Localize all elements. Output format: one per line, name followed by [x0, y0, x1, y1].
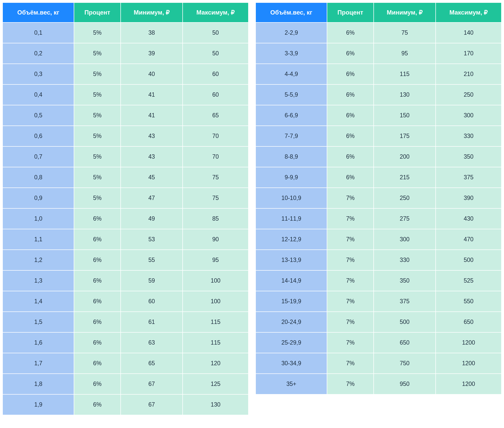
cell-weight: 30-34,9 — [256, 353, 327, 374]
cell-min: 38 — [121, 22, 183, 43]
table-row: 10-10,97%250390 — [256, 188, 501, 208]
cell-percent: 6% — [327, 105, 374, 126]
header-min: Минимум, ₽ — [121, 3, 183, 22]
table-row: 1,26%5595 — [3, 250, 248, 270]
table-row: 1,06%4985 — [3, 208, 248, 229]
cell-max: 330 — [436, 126, 501, 146]
cell-percent: 6% — [74, 229, 121, 250]
cell-weight: 4-4,9 — [256, 64, 327, 84]
cell-max: 550 — [436, 291, 501, 312]
cell-weight: 1,3 — [3, 270, 74, 291]
table-row: 1,86%67125 — [3, 374, 248, 394]
table-row: 0,65%4370 — [3, 126, 248, 146]
cell-max: 70 — [183, 126, 248, 146]
cell-percent: 5% — [74, 126, 121, 146]
cell-max: 125 — [183, 374, 248, 394]
cell-weight: 0,4 — [3, 84, 74, 105]
cell-max: 1200 — [436, 332, 501, 353]
cell-percent: 6% — [327, 64, 374, 84]
cell-percent: 5% — [74, 105, 121, 126]
cell-max: 140 — [436, 22, 501, 43]
cell-percent: 7% — [327, 332, 374, 353]
cell-percent: 5% — [74, 22, 121, 43]
cell-percent: 7% — [327, 374, 374, 394]
cell-max: 1200 — [436, 374, 501, 394]
header-percent: Процент — [327, 3, 374, 22]
cell-weight: 7-7,9 — [256, 126, 327, 146]
cell-max: 50 — [183, 22, 248, 43]
cell-weight: 1,7 — [3, 353, 74, 374]
cell-max: 90 — [183, 229, 248, 250]
cell-weight: 0,3 — [3, 64, 74, 84]
cell-max: 60 — [183, 84, 248, 105]
cell-percent: 7% — [327, 250, 374, 270]
cell-weight: 1,1 — [3, 229, 74, 250]
cell-weight: 15-19,9 — [256, 291, 327, 312]
table-row: 1,76%65120 — [3, 353, 248, 374]
cell-min: 215 — [374, 167, 436, 188]
cell-percent: 6% — [327, 167, 374, 188]
cell-max: 85 — [183, 208, 248, 229]
cell-percent: 5% — [74, 146, 121, 167]
cell-min: 330 — [374, 250, 436, 270]
cell-min: 275 — [374, 208, 436, 229]
cell-max: 650 — [436, 312, 501, 332]
cell-min: 67 — [121, 374, 183, 394]
table-row: 30-34,97%7501200 — [256, 353, 501, 374]
cell-min: 49 — [121, 208, 183, 229]
header-min: Минимум, ₽ — [374, 3, 436, 22]
table-row: 7-7,96%175330 — [256, 126, 501, 146]
table-row: 0,75%4370 — [3, 146, 248, 167]
cell-percent: 5% — [74, 43, 121, 64]
cell-min: 500 — [374, 312, 436, 332]
table-row: 15-19,97%375550 — [256, 291, 501, 312]
table-row: 4-4,96%115210 — [256, 64, 501, 84]
cell-min: 59 — [121, 270, 183, 291]
table-row: 9-9,96%215375 — [256, 167, 501, 188]
cell-percent: 7% — [327, 208, 374, 229]
table-row: 0,45%4160 — [3, 84, 248, 105]
cell-max: 170 — [436, 43, 501, 64]
cell-min: 150 — [374, 105, 436, 126]
cell-percent: 6% — [74, 353, 121, 374]
cell-weight: 1,5 — [3, 312, 74, 332]
cell-weight: 25-29,9 — [256, 332, 327, 353]
tables-container: Объём.вес, кг Процент Минимум, ₽ Максиму… — [3, 3, 501, 415]
cell-percent: 6% — [74, 332, 121, 353]
cell-weight: 11-11,9 — [256, 208, 327, 229]
cell-weight: 1,2 — [3, 250, 74, 270]
table-row: 25-29,97%6501200 — [256, 332, 501, 353]
cell-min: 67 — [121, 394, 183, 415]
cell-percent: 6% — [327, 84, 374, 105]
cell-max: 115 — [183, 332, 248, 353]
cell-percent: 6% — [74, 270, 121, 291]
cell-min: 39 — [121, 43, 183, 64]
cell-min: 47 — [121, 188, 183, 208]
cell-max: 100 — [183, 291, 248, 312]
cell-max: 65 — [183, 105, 248, 126]
table-row: 5-5,96%130250 — [256, 84, 501, 105]
table-row: 3-3,96%95170 — [256, 43, 501, 64]
cell-weight: 6-6,9 — [256, 105, 327, 126]
cell-min: 60 — [121, 291, 183, 312]
cell-weight: 10-10,9 — [256, 188, 327, 208]
table-row: 11-11,97%275430 — [256, 208, 501, 229]
table-row: 0,35%4060 — [3, 64, 248, 84]
pricing-table-right: Объём.вес, кг Процент Минимум, ₽ Максиму… — [256, 3, 501, 394]
header-max: Максимум, ₽ — [183, 3, 248, 22]
cell-percent: 7% — [327, 229, 374, 250]
cell-max: 210 — [436, 64, 501, 84]
cell-percent: 7% — [327, 353, 374, 374]
table-row: 2-2,96%75140 — [256, 22, 501, 43]
cell-min: 45 — [121, 167, 183, 188]
cell-percent: 5% — [74, 84, 121, 105]
cell-min: 250 — [374, 188, 436, 208]
cell-min: 200 — [374, 146, 436, 167]
table-row: 8-8,96%200350 — [256, 146, 501, 167]
cell-weight: 1,6 — [3, 332, 74, 353]
header-percent: Процент — [74, 3, 121, 22]
cell-min: 130 — [374, 84, 436, 105]
cell-max: 75 — [183, 188, 248, 208]
cell-min: 41 — [121, 84, 183, 105]
cell-weight: 1,8 — [3, 374, 74, 394]
